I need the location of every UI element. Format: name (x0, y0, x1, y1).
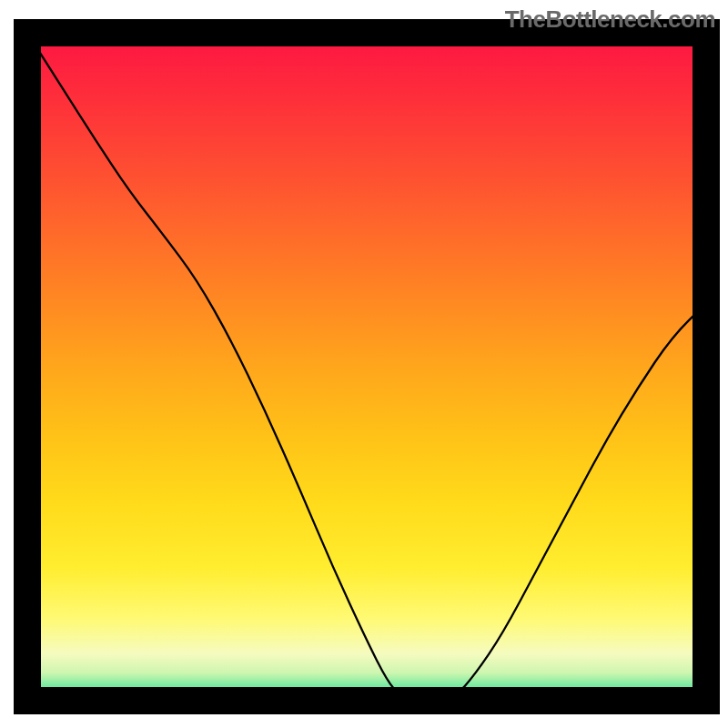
bottleneck-chart (0, 0, 728, 728)
watermark: TheBottleneck.com (505, 5, 715, 34)
chart-container: TheBottleneck.com (0, 0, 728, 728)
gradient-background (27, 33, 706, 701)
